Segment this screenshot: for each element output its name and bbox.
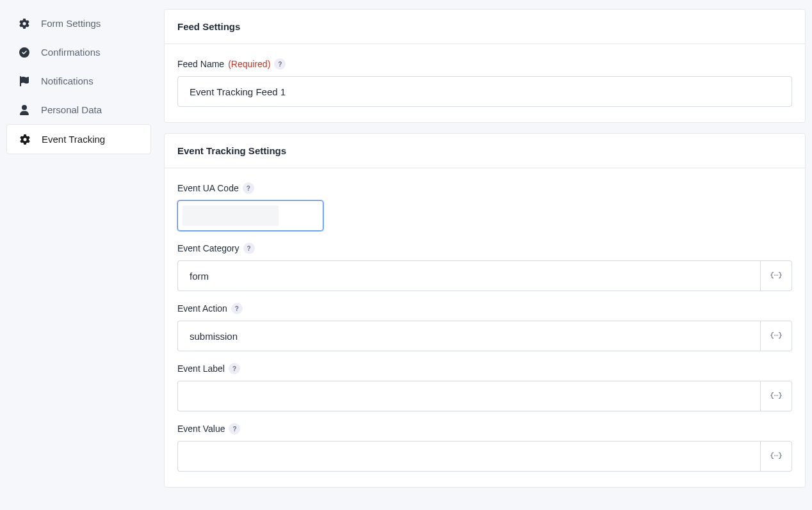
event-label-input[interactable]	[177, 381, 760, 411]
field-label: Event Category	[177, 243, 240, 253]
merge-tag-icon	[770, 271, 782, 282]
field-event-label: Event Label ?	[177, 363, 792, 411]
merge-tag-icon	[770, 391, 782, 402]
sidebar-item-personal-data[interactable]: Personal Data	[6, 95, 151, 124]
redacted-placeholder	[183, 205, 279, 226]
help-icon[interactable]: ?	[229, 423, 240, 434]
help-icon[interactable]: ?	[243, 243, 255, 254]
event-category-input[interactable]	[177, 260, 760, 291]
field-event-category: Event Category ?	[177, 243, 792, 291]
event-value-input[interactable]	[177, 441, 760, 472]
gear-icon	[20, 134, 30, 145]
merge-tag-button[interactable]	[760, 381, 792, 411]
sidebar-item-event-tracking[interactable]: Event Tracking	[6, 124, 151, 154]
sidebar-item-form-settings[interactable]: Form Settings	[6, 9, 151, 38]
field-label: Feed Name	[177, 59, 224, 69]
sidebar-item-label: Notifications	[41, 76, 93, 86]
field-feed-name: Feed Name (Required) ?	[177, 58, 792, 107]
sidebar-item-label: Confirmations	[41, 47, 101, 58]
sidebar-item-label: Form Settings	[41, 18, 101, 29]
panel-title: Feed Settings	[165, 10, 805, 44]
field-event-value: Event Value ?	[177, 423, 792, 472]
field-label: Event UA Code	[177, 183, 239, 193]
sidebar: Form Settings Confirmations Notification…	[6, 9, 151, 488]
field-event-action: Event Action ?	[177, 303, 792, 351]
flag-icon	[19, 76, 29, 86]
field-label: Event Label	[177, 363, 225, 374]
sidebar-item-label: Event Tracking	[42, 134, 105, 145]
feed-name-input[interactable]	[177, 76, 792, 107]
user-icon	[19, 105, 29, 115]
check-circle-icon	[19, 47, 29, 58]
merge-tag-icon	[770, 451, 782, 462]
sidebar-item-notifications[interactable]: Notifications	[6, 67, 151, 95]
event-tracking-settings-panel: Event Tracking Settings Event UA Code ?	[164, 133, 806, 488]
merge-tag-button[interactable]	[760, 441, 792, 472]
help-icon[interactable]: ?	[231, 303, 243, 314]
gear-icon	[19, 19, 29, 29]
sidebar-item-confirmations[interactable]: Confirmations	[6, 38, 151, 67]
help-icon[interactable]: ?	[229, 363, 240, 374]
merge-tag-button[interactable]	[760, 321, 792, 351]
field-label: Event Action	[177, 303, 227, 314]
feed-settings-panel: Feed Settings Feed Name (Required) ?	[164, 9, 806, 123]
event-action-input[interactable]	[177, 321, 760, 351]
field-event-ua-code: Event UA Code ?	[177, 182, 792, 231]
help-icon[interactable]: ?	[243, 182, 254, 194]
required-indicator: (Required)	[228, 59, 270, 69]
merge-tag-icon	[770, 331, 782, 342]
main-content: Feed Settings Feed Name (Required) ? Eve…	[164, 9, 806, 488]
field-label: Event Value	[177, 424, 225, 434]
panel-title: Event Tracking Settings	[165, 134, 805, 168]
help-icon[interactable]: ?	[274, 58, 286, 70]
merge-tag-button[interactable]	[760, 260, 792, 291]
sidebar-item-label: Personal Data	[41, 104, 102, 115]
